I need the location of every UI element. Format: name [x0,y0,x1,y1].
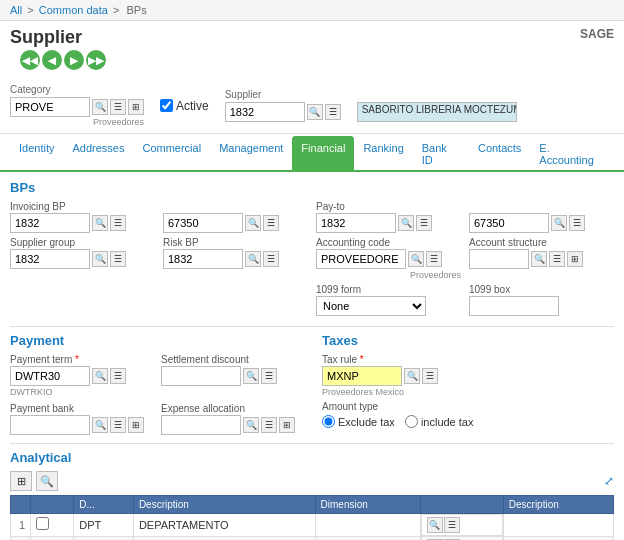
row-1-icons: 🔍 ☰ [421,514,503,536]
invoicing-bp-field: Invoicing BP 🔍 ☰ [10,201,155,233]
tab-bank-id[interactable]: Bank ID [413,136,469,172]
supplier-group-input[interactable] [10,249,90,269]
payment-bank-search[interactable]: 🔍 [92,417,108,433]
expense-allocation-input[interactable] [161,415,241,435]
settlement-discount-list[interactable]: ☰ [261,368,277,384]
tab-e-accounting[interactable]: E. Accounting [530,136,614,172]
invoicing-bp2-input[interactable] [163,213,243,233]
risk-bp-list[interactable]: ☰ [263,251,279,267]
payment-bank-list1[interactable]: ☰ [110,417,126,433]
accounting-code-input[interactable] [316,249,406,269]
exclude-tax-option[interactable]: Exclude tax [322,415,395,428]
settlement-discount-input[interactable] [161,366,241,386]
category-note: Proveedores [10,117,144,127]
supplier-group-search[interactable]: 🔍 [92,251,108,267]
active-checkbox[interactable] [160,99,173,112]
row-1-d: DPT [74,514,134,537]
include-tax-radio[interactable] [405,415,418,428]
accounting-code-list[interactable]: ☰ [426,251,442,267]
tax-rule-list[interactable]: ☰ [422,368,438,384]
pay-to-input[interactable] [316,213,396,233]
tab-financial[interactable]: Financial [292,136,354,172]
row-1-checkbox[interactable] [36,517,49,530]
payment-term-input[interactable] [10,366,90,386]
invoicing-bp-list[interactable]: ☰ [110,215,126,231]
supplier-group-list[interactable]: ☰ [110,251,126,267]
row-2-dimension [315,536,420,540]
col-header-dim: Dimension [315,496,420,514]
nav-first-button[interactable]: ◀◀ [20,50,40,70]
form-1099-label: 1099 form [316,284,461,295]
account-structure-search[interactable]: 🔍 [531,251,547,267]
payment-bank-input[interactable] [10,415,90,435]
pay-to2-list[interactable]: ☰ [569,215,585,231]
include-tax-option[interactable]: include tax [405,415,474,428]
form-1099-box-input[interactable] [469,296,559,316]
invoicing-bp-input[interactable] [10,213,90,233]
supplier-input[interactable] [225,102,305,122]
analytical-toolbar: ⊞ 🔍 ⤢ [10,471,614,491]
invoicing-bp2-list[interactable]: ☰ [263,215,279,231]
category-input[interactable] [10,97,90,117]
nav-last-button[interactable]: ▶▶ [86,50,106,70]
row-2-d [74,536,134,540]
category-list-icon[interactable]: ☰ [110,99,126,115]
account-structure-input[interactable] [469,249,529,269]
supplier-group: Supplier 🔍 ☰ [225,89,341,122]
bps-title: BPs [10,180,614,195]
tab-management[interactable]: Management [210,136,292,172]
row-1-search[interactable]: 🔍 [427,517,443,533]
payment-term-search[interactable]: 🔍 [92,368,108,384]
pay-to-list[interactable]: ☰ [416,215,432,231]
payment-term-list[interactable]: ☰ [110,368,126,384]
row-2-description [133,536,315,540]
expense-allocation-list2[interactable]: ⊞ [279,417,295,433]
breadcrumb-common-data[interactable]: Common data [39,4,108,16]
tab-ranking[interactable]: Ranking [354,136,412,172]
row-1-list[interactable]: ☰ [444,517,460,533]
row-1-checkbox-cell[interactable] [31,514,74,537]
pay-to-label: Pay-to [316,201,461,212]
tab-identity[interactable]: Identity [10,136,63,172]
tab-addresses[interactable]: Addresses [63,136,133,172]
tab-contacts[interactable]: Contacts [469,136,530,172]
account-structure-list1[interactable]: ☰ [549,251,565,267]
analytical-add-btn[interactable]: ⊞ [10,471,32,491]
risk-bp-search[interactable]: 🔍 [245,251,261,267]
breadcrumb-all[interactable]: All [10,4,22,16]
tax-rule-input[interactable] [322,366,402,386]
row-1-description: DEPARTAMENTO [133,514,315,537]
tab-commercial[interactable]: Commercial [133,136,210,172]
category-detail-icon[interactable]: ⊞ [128,99,144,115]
pay-to2-search[interactable]: 🔍 [551,215,567,231]
supplier-list-icon[interactable]: ☰ [325,104,341,120]
col-header-icons [420,496,503,514]
tax-rule-search[interactable]: 🔍 [404,368,420,384]
invoicing-bp-search[interactable]: 🔍 [92,215,108,231]
expense-allocation-search[interactable]: 🔍 [243,417,259,433]
analytical-search-btn[interactable]: 🔍 [36,471,58,491]
col-header-d: D... [74,496,134,514]
invoicing-bp2-search[interactable]: 🔍 [245,215,261,231]
page-title: Supplier [10,27,116,48]
nav-prev-button[interactable]: ◀ [42,50,62,70]
pay-to-search[interactable]: 🔍 [398,215,414,231]
form-1099-select[interactable]: None [316,296,426,316]
category-search-icon[interactable]: 🔍 [92,99,108,115]
nav-next-button[interactable]: ▶ [64,50,84,70]
row-2-checkbox-cell[interactable] [31,536,74,540]
breadcrumb-bps: BPs [126,4,146,16]
account-structure-list2[interactable]: ⊞ [567,251,583,267]
form-1099-field: 1099 form None [316,284,461,316]
pay-to2-input[interactable] [469,213,549,233]
analytical-expand-btn[interactable]: ⤢ [604,474,614,488]
expense-allocation-list1[interactable]: ☰ [261,417,277,433]
settlement-discount-label: Settlement discount [161,354,302,365]
settlement-discount-search[interactable]: 🔍 [243,368,259,384]
exclude-tax-radio[interactable] [322,415,335,428]
row-2-desc2 [503,536,613,540]
risk-bp-input[interactable] [163,249,243,269]
supplier-search-icon[interactable]: 🔍 [307,104,323,120]
accounting-code-search[interactable]: 🔍 [408,251,424,267]
payment-bank-list2[interactable]: ⊞ [128,417,144,433]
